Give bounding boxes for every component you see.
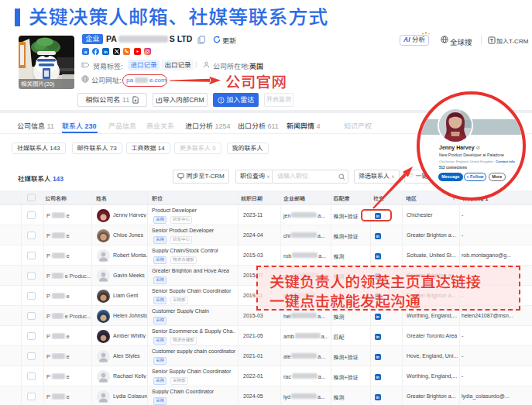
svg-text:in: in — [104, 50, 108, 54]
svg-text:a: a — [84, 49, 87, 54]
